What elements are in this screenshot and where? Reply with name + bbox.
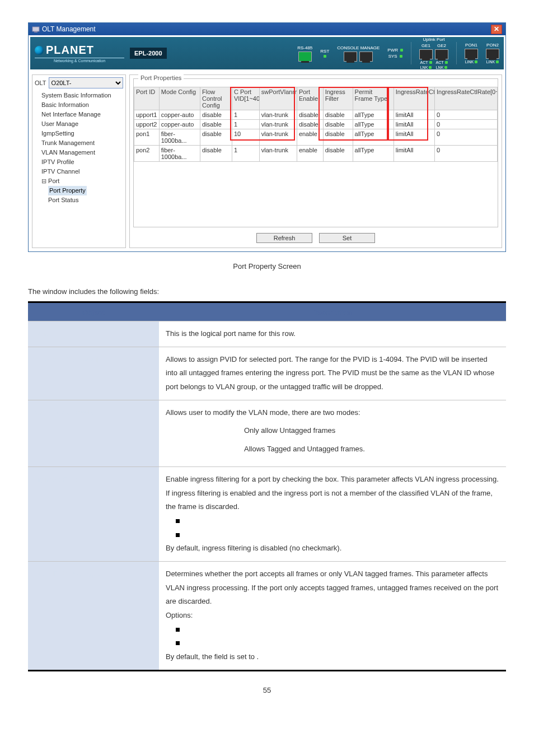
- bullet-icon: [176, 641, 180, 645]
- ge1-act-led: [429, 61, 432, 64]
- tree-item[interactable]: User Manage: [41, 119, 123, 129]
- desc-th-object: Object: [28, 302, 159, 321]
- logo-orb-icon: [35, 46, 44, 55]
- tree-item[interactable]: System Basic Information: [41, 91, 123, 100]
- figure-caption: Port Property Screen: [28, 262, 506, 270]
- lnk-label: LNK: [420, 66, 428, 69]
- desc-th-description: Description: [159, 302, 506, 321]
- pon2-led: [496, 60, 499, 63]
- pwr-label: PWR: [387, 48, 398, 53]
- ge1-lnk-led: [429, 66, 432, 69]
- intro-text: The window includes the following fields…: [28, 287, 506, 296]
- col-mode: Mode Config: [159, 87, 200, 110]
- col-frame: Permit Frame Type: [353, 87, 394, 110]
- act2-label: ACT: [436, 60, 444, 64]
- brand-name: PLANET: [46, 44, 94, 57]
- desc-obj: C Port VID[1-4094]: [28, 347, 159, 400]
- svg-rect-0: [32, 27, 39, 31]
- tree-item[interactable]: VLAN Management: [41, 148, 123, 157]
- ge2-port-icon: [435, 49, 448, 59]
- port-table: Port ID Mode Config Flow Control Config …: [134, 87, 498, 162]
- model-label: EPL-2000: [130, 48, 167, 59]
- act-label: ACT: [420, 60, 428, 64]
- tree-node-port[interactable]: ⊟ Port Port Property Port Status: [41, 176, 123, 205]
- desc-txt: Determines whether the port accepts all …: [159, 561, 506, 670]
- ge2-lnk-led: [444, 66, 447, 69]
- table-row[interactable]: pon1fiber-1000ba...disable10vlan-trunken…: [134, 129, 498, 146]
- app-window: OLT Management ✕ PLANET Networking & Com…: [28, 22, 506, 252]
- rs485-label: RS-485: [297, 45, 312, 50]
- tree-item[interactable]: Trunk Management: [41, 138, 123, 148]
- pon2-port-icon: [486, 49, 499, 59]
- console-label: CONSOLE MANAGE: [337, 45, 380, 50]
- pon1-link-label: LINK: [465, 60, 474, 64]
- tree-item[interactable]: IPTV Profile: [41, 157, 123, 167]
- pon2-label: PON2: [486, 43, 499, 48]
- olt-label: OLT: [35, 80, 46, 86]
- tree-item[interactable]: Basic Information: [41, 100, 123, 110]
- device-header: PLANET Networking & Communication EPL-20…: [30, 37, 504, 69]
- sidebar: OLT O20LT- System Basic Information Basi…: [32, 74, 126, 248]
- window-title: OLT Management: [42, 25, 96, 33]
- set-button[interactable]: Set: [319, 233, 375, 243]
- app-icon: [32, 25, 40, 33]
- desc-obj: Permit Frame Type: [28, 561, 159, 670]
- table-row[interactable]: upport1copper-autodisable1vlan-trunkdisa…: [134, 110, 498, 120]
- main-panel: Port Properties Port ID Mode Config Flow…: [129, 74, 502, 248]
- tree-item[interactable]: Net Interface Manage: [41, 110, 123, 119]
- tree-item[interactable]: IPTV Channel: [41, 167, 123, 176]
- desc-obj: swPortVlanMode: [28, 400, 159, 466]
- desc-txt: Allows user to modify the VLAN mode, the…: [159, 400, 506, 466]
- page-number: 55: [28, 686, 506, 694]
- titlebar: OLT Management ✕: [29, 23, 505, 35]
- console-port-icon: [344, 52, 357, 62]
- uplink-label: Uplink Port: [423, 37, 444, 42]
- desc-obj: Ingress Filter: [28, 466, 159, 561]
- rs485-port-icon: [298, 52, 312, 62]
- tree-item-port-property[interactable]: Port Property: [48, 186, 123, 195]
- col-port-id: Port ID: [134, 87, 160, 110]
- ge1-label: GE1: [421, 43, 430, 48]
- close-icon[interactable]: ✕: [491, 25, 502, 34]
- tree-item[interactable]: IgmpSetting: [41, 129, 123, 138]
- manage-port-icon: [359, 52, 373, 62]
- bullet-icon: [176, 519, 180, 523]
- bullet-icon: [176, 533, 180, 537]
- pon1-led: [475, 60, 477, 63]
- pwr-led-icon: [400, 49, 403, 52]
- pon2-link-label: LINK: [486, 60, 495, 64]
- sys-led-icon: [400, 55, 402, 58]
- desc-txt: Enable ingress filtering for a port by c…: [159, 466, 506, 561]
- pon1-label: PON1: [465, 43, 477, 48]
- ge2-label: GE2: [437, 43, 446, 48]
- svg-rect-1: [34, 31, 38, 32]
- table-row[interactable]: pon2fiber-1000ba...disable1vlan-trunkena…: [134, 146, 498, 162]
- sys-label: SYS: [388, 54, 397, 59]
- desc-obj: Port ID: [28, 321, 159, 347]
- tree-item-port-status[interactable]: Port Status: [48, 195, 123, 205]
- table-row[interactable]: upport2copper-autodisable1vlan-trunkdisa…: [134, 120, 498, 129]
- desc-txt: Allows to assign PVID for selected port.…: [159, 347, 506, 400]
- col-rateval: IngressRateCtlRate[0~1000000]: [435, 87, 498, 110]
- refresh-button[interactable]: Refresh: [256, 233, 312, 243]
- ge1-port-icon: [419, 49, 433, 59]
- brand-subtitle: Networking & Communication: [35, 58, 124, 63]
- col-filter: Ingress Filter: [323, 87, 353, 110]
- nav-tree: System Basic Information Basic Informati…: [35, 91, 123, 205]
- col-ratectl: IngressRateCtl: [394, 87, 434, 110]
- col-flow: Flow Control Config: [200, 87, 232, 110]
- fieldset-legend: Port Properties: [138, 74, 184, 81]
- rst-led-icon: [324, 55, 326, 58]
- pon1-port-icon: [465, 49, 478, 59]
- desc-txt: This is the logical port name for this r…: [159, 321, 506, 347]
- brand-logo: PLANET: [35, 44, 94, 57]
- fields-table: Object Description Port ID This is the l…: [28, 301, 506, 671]
- bullet-icon: [176, 628, 180, 632]
- col-pvid: C Port VID[1~4094]: [232, 87, 259, 110]
- col-vlanmode: swPortVlanmode: [259, 87, 297, 110]
- lnk2-label: LNK: [436, 66, 444, 69]
- rst-label: RST: [320, 49, 329, 54]
- ge2-act-led: [445, 61, 448, 64]
- olt-select[interactable]: O20LT-: [49, 77, 123, 88]
- col-enable: Port Enable: [297, 87, 323, 110]
